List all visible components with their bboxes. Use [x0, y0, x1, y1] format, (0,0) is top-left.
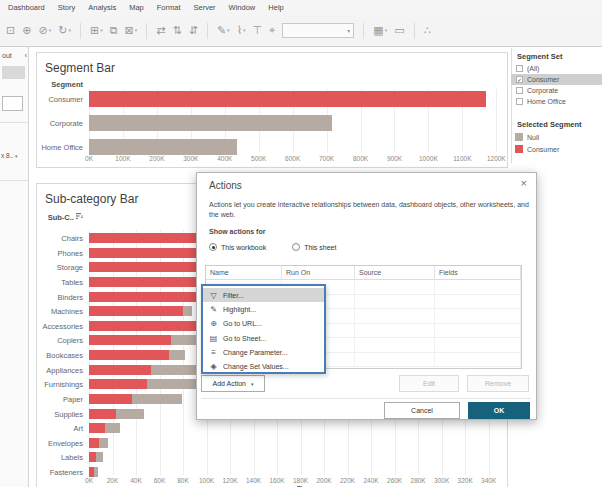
left-pane-input-fragment[interactable]	[2, 96, 23, 111]
bar-envelopes[interactable]	[89, 438, 491, 448]
pause-auto-updates-icon[interactable]: ⊘▾	[38, 25, 51, 36]
radio-icon[interactable]	[209, 243, 217, 251]
category-label: Labels	[37, 453, 83, 462]
bar-segment-null[interactable]	[94, 467, 98, 477]
category-label: Furnishings	[37, 380, 83, 389]
bar-segment-consumer[interactable]	[89, 321, 201, 331]
swap-axes-icon[interactable]: ⇄	[156, 25, 165, 36]
bar-segment-null[interactable]	[99, 438, 108, 448]
highlight-icon[interactable]: ✎▾	[217, 25, 230, 36]
menu-item-changesetvalues[interactable]: ◈Change Set Values...	[203, 359, 324, 373]
checkbox-icon[interactable]: ✓	[516, 76, 523, 83]
bar-segment-consumer[interactable]	[89, 379, 147, 389]
column-header-run-on: Run On	[282, 266, 355, 279]
bar-segment-consumer[interactable]	[89, 409, 116, 419]
bar-segment[interactable]	[89, 139, 237, 155]
show-me-icon[interactable]: ▦▾	[373, 25, 387, 36]
legend-item-null[interactable]: Null	[511, 131, 602, 143]
checkbox-icon[interactable]	[516, 98, 523, 105]
sort-descending-icon[interactable]: ⇵	[189, 25, 198, 36]
new-data-source-icon[interactable]: ⊕	[22, 25, 31, 36]
highlight-icon: ✎	[209, 305, 218, 314]
menu-item-format[interactable]: Format	[157, 3, 181, 12]
checkbox-icon[interactable]	[516, 87, 523, 94]
menu-item-analysis[interactable]: Analysis	[88, 3, 116, 12]
bar-segment-consumer[interactable]	[89, 394, 132, 404]
new-worksheet-icon[interactable]: ⊞▾	[90, 25, 103, 36]
bar-consumer[interactable]	[89, 91, 498, 107]
remove-button[interactable]: Remove	[467, 375, 529, 392]
bar-segment-null[interactable]	[147, 379, 198, 389]
bar-fasteners[interactable]	[89, 467, 491, 477]
dialog-description: Actions let you create interactive relat…	[209, 200, 531, 220]
menu-item-window[interactable]: Window	[229, 3, 256, 12]
sort-ascending-icon[interactable]: ⇅	[172, 25, 181, 36]
ok-button[interactable]: OK	[468, 402, 530, 419]
menu-item-server[interactable]: Server	[194, 3, 216, 12]
axis-tick-label: 40K	[130, 477, 142, 484]
radio-icon[interactable]	[292, 243, 300, 251]
bar-segment-null[interactable]	[96, 452, 103, 462]
menu-item-highlight[interactable]: ✎Highlight...	[203, 302, 324, 316]
bar-corporate[interactable]	[89, 115, 498, 131]
text-icon[interactable]: ⊤	[253, 25, 263, 36]
segment-set-option-all[interactable]: (All)	[511, 63, 602, 74]
add-action-button[interactable]: Add Action ▾	[201, 375, 265, 392]
bar-segment-null[interactable]	[116, 409, 144, 419]
run-update-icon[interactable]: ↻▾	[58, 25, 71, 36]
bar-labels[interactable]	[89, 452, 491, 462]
menu-item-map[interactable]: Map	[129, 3, 144, 12]
segment-set-option-corporate[interactable]: Corporate	[511, 85, 602, 96]
bar-segment-consumer[interactable]	[89, 452, 96, 462]
bar-segment-consumer[interactable]	[89, 438, 99, 448]
menu-item-gotourl[interactable]: ⊕Go to URL...	[203, 317, 324, 331]
bar-segment-consumer[interactable]	[89, 306, 183, 316]
clear-sheet-icon[interactable]: ⊠▾	[125, 25, 138, 36]
menu-item-label: Highlight...	[223, 306, 256, 313]
chevron-down-icon: ▾	[251, 381, 254, 387]
menu-item-story[interactable]: Story	[58, 3, 76, 12]
pin-icon[interactable]: ⌖	[269, 25, 275, 36]
left-pane-item-block[interactable]	[2, 66, 25, 79]
format-icon[interactable]: ⌇▾	[237, 25, 246, 36]
menu-item-changeparameter[interactable]: ≡Change Parameter...	[203, 345, 324, 359]
bar-segment-consumer[interactable]	[89, 365, 151, 375]
bar-segment-consumer[interactable]	[89, 335, 171, 345]
menu-item-filter[interactable]: ▽Filter...	[203, 288, 324, 302]
column-field-header[interactable]: Sub-C..	[37, 213, 83, 222]
close-icon[interactable]: ×	[521, 177, 527, 189]
bar-segment-consumer[interactable]	[89, 350, 169, 360]
fit-dropdown[interactable]: ▾	[282, 23, 354, 38]
divider	[201, 398, 531, 399]
bar-segment-null[interactable]	[183, 306, 192, 316]
segment-set-option-homeoffice[interactable]: Home Office	[511, 96, 602, 107]
duplicate-icon[interactable]: ⧉	[110, 25, 118, 36]
dashboard-size-dropdown[interactable]: x 8.. ▾	[1, 152, 28, 159]
left-pane-tab[interactable]: out ‹	[2, 52, 27, 59]
menu-item-help[interactable]: Help	[268, 3, 283, 12]
left-pane-tab-label: out	[2, 52, 12, 59]
radio-label: This workbook	[221, 244, 266, 251]
checkbox-icon[interactable]	[516, 65, 523, 72]
collapse-pane-icon[interactable]: ‹	[25, 52, 27, 59]
menu-item-gotosheet[interactable]: ▤Go to Sheet...	[203, 331, 324, 345]
bar-home-office[interactable]	[89, 139, 498, 155]
bar-segment[interactable]	[89, 115, 332, 131]
bar-segment[interactable]	[89, 91, 486, 107]
radio-this-sheet[interactable]: This sheet	[292, 243, 336, 251]
bar-segment-null[interactable]	[105, 423, 119, 433]
menu-item-dashboard[interactable]: Dashboard	[8, 3, 45, 12]
presentation-mode-icon[interactable]: ▭	[394, 25, 404, 36]
bar-segment-null[interactable]	[132, 394, 181, 404]
column-field-header[interactable]: Segment	[37, 80, 83, 89]
save-icon[interactable]: ⊡	[6, 25, 15, 36]
bar-art[interactable]	[89, 423, 491, 433]
bar-segment-consumer[interactable]	[89, 423, 105, 433]
legend-item-consumer[interactable]: Consumer	[511, 143, 602, 155]
edit-button[interactable]: Edit	[399, 375, 459, 392]
segment-set-option-consumer[interactable]: ✓Consumer	[511, 74, 602, 85]
bar-segment-null[interactable]	[169, 350, 185, 360]
radio-this-workbook[interactable]: This workbook	[209, 243, 266, 251]
share-icon[interactable]: ∴	[424, 25, 431, 36]
cancel-button[interactable]: Cancel	[384, 402, 460, 419]
